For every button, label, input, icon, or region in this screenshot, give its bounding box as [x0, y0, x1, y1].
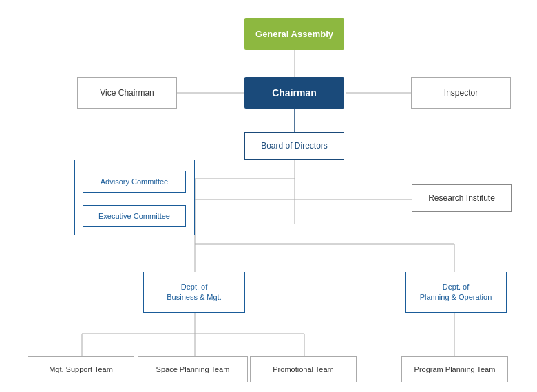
space-planning-team-node: Space Planning Team — [138, 356, 248, 382]
chairman-node: Chairman — [244, 77, 344, 109]
org-chart: General Assembly Chairman Vice Chairman … — [0, 0, 537, 392]
mgt-support-team-node: Mgt. Support Team — [28, 356, 134, 382]
inspector-node: Inspector — [411, 77, 511, 109]
promotional-team-node: Promotional Team — [250, 356, 357, 382]
board-of-directors-node: Board of Directors — [244, 132, 344, 160]
dept-planning-node: Dept. of Planning & Operation — [405, 272, 507, 313]
advisory-committee-node: Advisory Committee — [83, 171, 186, 193]
vice-chairman-node: Vice Chairman — [77, 77, 177, 109]
research-institute-node: Research Institute — [412, 184, 512, 212]
executive-committee-node: Executive Committee — [83, 205, 186, 227]
program-planning-team-node: Program Planning Team — [401, 356, 508, 382]
general-assembly-node: General Assembly — [244, 18, 344, 50]
dept-business-node: Dept. of Business & Mgt. — [143, 272, 245, 313]
